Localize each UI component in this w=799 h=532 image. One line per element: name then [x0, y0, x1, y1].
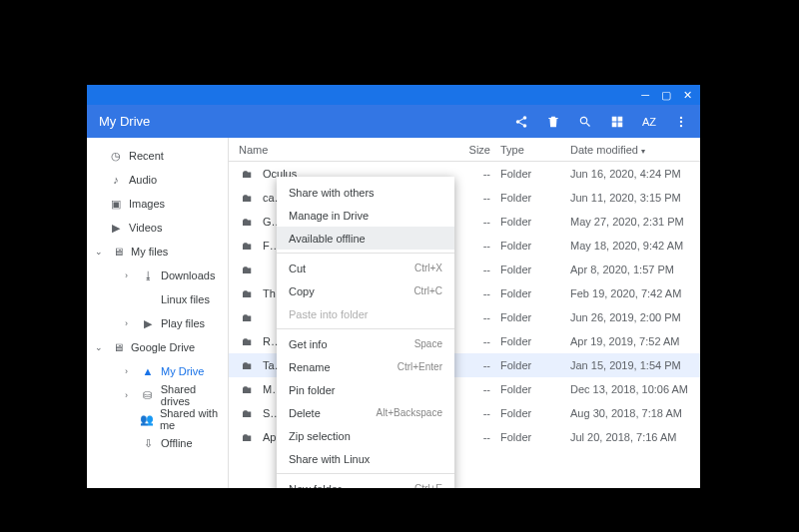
sidebar-item-label: My Drive [161, 365, 204, 377]
download-icon: ⭳ [141, 269, 155, 281]
file-date: Jan 15, 2019, 1:54 PM [570, 359, 690, 371]
sidebar-item-shared-drives[interactable]: ›⛁Shared drives [87, 383, 228, 407]
menu-item-share-with-linux[interactable]: Share with Linux [277, 447, 454, 470]
sidebar-item-label: Audio [129, 174, 157, 186]
toolbar-actions: AZ [514, 115, 688, 129]
menu-item-share-with-others[interactable]: Share with others [277, 181, 454, 204]
sidebar-item-images[interactable]: ▣Images [87, 192, 228, 216]
file-type: Folder [500, 264, 570, 275]
sidebar-item-label: Videos [129, 222, 162, 234]
folder-icon: 🖿 [239, 335, 255, 347]
sidebar-item-label: Play files [161, 317, 205, 329]
col-type[interactable]: Type [500, 144, 570, 156]
menu-item-label: Get info [289, 338, 328, 350]
sidebar-item-my-drive[interactable]: ›▲My Drive [87, 359, 228, 383]
menu-item-label: Cut [289, 263, 306, 274]
folder-icon: 🖿 [239, 311, 255, 323]
sort-button[interactable]: AZ [642, 116, 656, 128]
drive-icon: ▲ [141, 365, 155, 377]
menu-item-shortcut: Ctrl+Enter [398, 361, 442, 372]
file-type: Folder [500, 407, 570, 419]
play-icon: ▶ [141, 317, 155, 330]
file-size: -- [450, 287, 500, 299]
page-title: My Drive [99, 114, 150, 129]
file-date: Feb 19, 2020, 7:42 AM [570, 287, 690, 299]
video-icon: ▶ [109, 222, 123, 235]
sidebar-section-label: My files [131, 246, 168, 258]
sidebar-item-audio[interactable]: ♪Audio [87, 168, 228, 192]
sidebar-item-recent[interactable]: ◷Recent [87, 144, 228, 168]
menu-item-shortcut: Space [414, 338, 442, 349]
col-size[interactable]: Size [450, 144, 500, 156]
svg-point-2 [680, 124, 682, 126]
sidebar-section-google-drive[interactable]: ⌄🖥Google Drive [87, 335, 228, 359]
context-menu: Share with othersManage in DriveAvailabl… [277, 177, 454, 488]
audio-icon: ♪ [109, 174, 123, 186]
menu-item-get-info[interactable]: Get infoSpace [277, 332, 454, 355]
menu-item-label: Zip selection [289, 430, 351, 442]
menu-item-new-folder[interactable]: New folderCtrl+E [277, 477, 454, 488]
menu-item-available-offline[interactable]: Available offline [277, 227, 454, 250]
share-icon[interactable] [514, 115, 528, 129]
main: Name Size Type Date modified 🖿Oculus--Fo… [229, 138, 700, 488]
menu-item-zip-selection[interactable]: Zip selection [277, 424, 454, 447]
folder-icon: 🖿 [239, 287, 255, 299]
file-size: -- [450, 192, 500, 204]
computer-icon: 🖥 [111, 246, 125, 258]
close-button[interactable]: ✕ [683, 90, 692, 101]
delete-icon[interactable] [546, 115, 560, 129]
menu-item-shortcut: Ctrl+X [414, 263, 442, 273]
sidebar-item-linux-files[interactable]: Linux files [87, 287, 228, 311]
sidebar-item-label: Linux files [161, 293, 210, 305]
menu-item-rename[interactable]: RenameCtrl+Enter [277, 355, 454, 378]
maximize-button[interactable]: ▢ [661, 90, 671, 101]
sidebar-item-downloads[interactable]: ›⭳Downloads [87, 264, 228, 287]
file-size: -- [450, 264, 500, 275]
chevron-right-icon: › [125, 318, 135, 328]
sidebar-section-my-files[interactable]: ⌄🖥My files [87, 240, 228, 264]
menu-item-copy[interactable]: CopyCtrl+C [277, 279, 454, 302]
menu-item-label: Manage in Drive [289, 210, 369, 222]
menu-separator [277, 253, 454, 254]
chevron-down-icon: ⌄ [95, 342, 105, 352]
menu-item-label: Pin folder [289, 384, 335, 396]
file-type: Folder [500, 240, 570, 252]
file-date: Apr 19, 2019, 7:52 AM [570, 335, 690, 347]
sidebar-item-label: Shared with me [160, 407, 228, 431]
file-type: Folder [500, 383, 570, 395]
file-type: Folder [500, 431, 570, 443]
file-type: Folder [500, 287, 570, 299]
sidebar-item-offline[interactable]: ⇩Offline [87, 431, 228, 455]
menu-item-manage-in-drive[interactable]: Manage in Drive [277, 204, 454, 227]
svg-point-0 [680, 116, 682, 118]
menu-item-label: New folder [289, 483, 342, 489]
sidebar-item-label: Recent [129, 150, 164, 162]
search-icon[interactable] [578, 115, 592, 129]
more-icon[interactable] [674, 115, 688, 129]
menu-item-delete[interactable]: DeleteAlt+Backspace [277, 401, 454, 424]
view-grid-icon[interactable] [610, 115, 624, 129]
folder-icon: 🖿 [239, 216, 255, 228]
folder-icon: 🖿 [239, 407, 255, 419]
sidebar-item-shared-with-me[interactable]: 👥Shared with me [87, 407, 228, 431]
file-size: -- [450, 240, 500, 252]
sidebar-item-play-files[interactable]: ›▶Play files [87, 311, 228, 335]
file-type: Folder [500, 216, 570, 228]
file-size: -- [450, 335, 500, 347]
file-type: Folder [500, 311, 570, 323]
col-date[interactable]: Date modified [570, 144, 690, 156]
chevron-right-icon: › [125, 270, 135, 280]
file-date: Apr 8, 2020, 1:57 PM [570, 264, 690, 275]
minimize-button[interactable]: ─ [641, 90, 649, 101]
col-name[interactable]: Name [239, 144, 450, 156]
menu-item-cut[interactable]: CutCtrl+X [277, 257, 454, 279]
file-date: Jun 11, 2020, 3:15 PM [570, 192, 690, 204]
file-date: Jun 16, 2020, 4:24 PM [570, 168, 690, 180]
sidebar-item-videos[interactable]: ▶Videos [87, 216, 228, 240]
files-window: ─ ▢ ✕ My Drive AZ ◷Recent♪Audio▣Images▶V… [87, 85, 700, 488]
menu-item-label: Delete [289, 407, 321, 419]
clock-icon: ◷ [109, 150, 123, 163]
computer-icon: 🖥 [111, 341, 125, 353]
offline-icon: ⇩ [141, 437, 155, 450]
menu-item-pin-folder[interactable]: Pin folder [277, 378, 454, 401]
